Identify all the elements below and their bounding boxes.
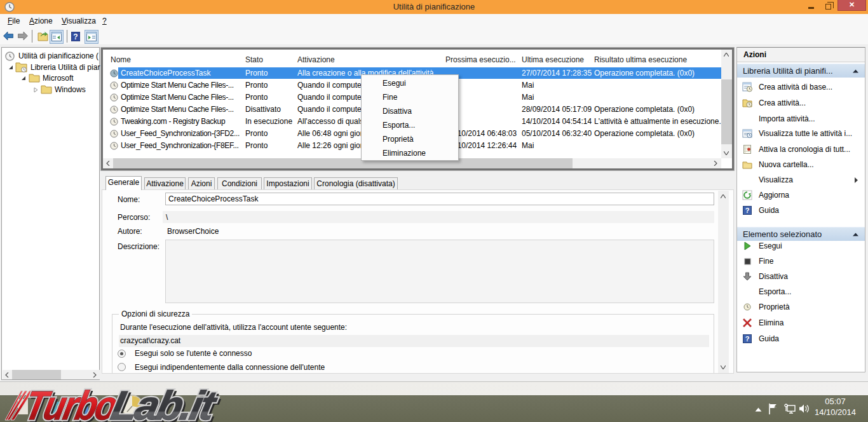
svg-text:?: ? — [73, 32, 78, 41]
svg-text:?: ? — [745, 335, 750, 343]
svg-text:Turbo: Turbo — [21, 384, 121, 422]
svg-text:?: ? — [745, 207, 750, 214]
svg-text:Lab.it: Lab.it — [107, 384, 221, 422]
